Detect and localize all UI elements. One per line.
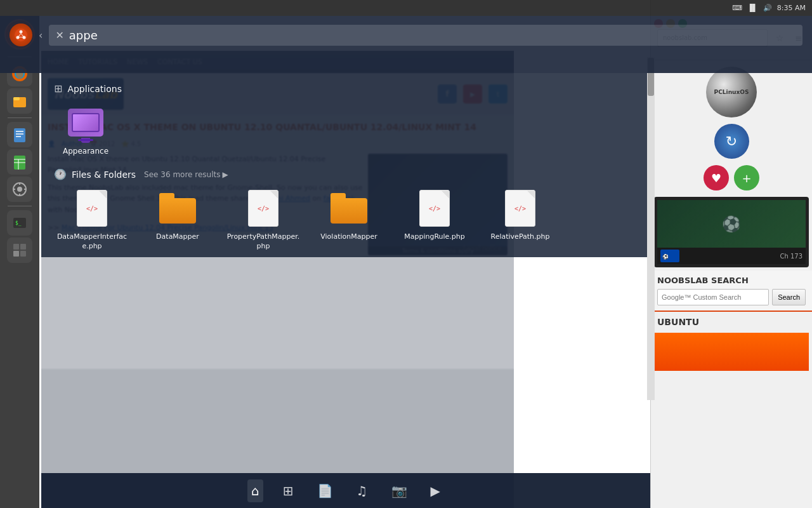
php-icon: </>	[77, 190, 107, 227]
football-logo-icon: ⚽	[660, 250, 679, 262]
file-label-1: DataMapper	[156, 232, 199, 241]
folder-icon-3	[331, 193, 367, 224]
network-indicator: ▐▌	[747, 4, 758, 12]
file-label-0: DataMapperInterface.php	[54, 232, 130, 251]
search-clear-icon[interactable]: ✕	[55, 29, 63, 41]
clock: 8:35 AM	[777, 4, 806, 12]
svg-rect-21	[20, 244, 26, 250]
app-label-appearance: Appearance	[63, 147, 108, 156]
search-input-wrapper[interactable]: ✕	[49, 25, 802, 46]
applications-row: Appearance	[54, 102, 638, 156]
svg-point-17	[17, 187, 22, 192]
pclinuxos-logo: PCLinuxOS	[706, 67, 757, 117]
svg-rect-23	[20, 251, 26, 257]
channel-label: Ch 173	[780, 253, 802, 260]
nav-video-btn[interactable]: ▶	[427, 479, 444, 502]
noobslab-search-section: NOOBSLAB SEARCH Search	[651, 271, 812, 311]
svg-rect-7	[13, 97, 20, 100]
applications-label: Applications	[67, 84, 122, 94]
folder-icon	[159, 193, 196, 224]
svg-text:⚽: ⚽	[662, 253, 669, 260]
see-more-link[interactable]: See 36 more results ▶	[144, 170, 228, 179]
nav-apps-btn[interactable]: ⊞	[279, 479, 298, 502]
sidebar-item-terminal[interactable]: $_	[7, 210, 32, 236]
file-item-4[interactable]: </> MappingRule.php	[396, 188, 473, 251]
svg-point-25	[20, 30, 23, 34]
volume-indicator: 🔊	[763, 4, 772, 12]
sidebar-item-workspace[interactable]	[7, 237, 32, 263]
dash-results: ⊞ Applications Appearance 🕐 Files & Fold…	[41, 73, 650, 257]
sync-section: ↻	[651, 121, 812, 162]
php-icon-4: </>	[419, 190, 450, 227]
nav-files-btn[interactable]: 📄	[313, 479, 337, 502]
svg-rect-8	[14, 128, 25, 142]
svg-rect-22	[13, 251, 19, 257]
ubuntu-section-title: UBUNTU	[651, 311, 812, 330]
tv-widget: ⚽ ⚽ Ch 173	[654, 197, 809, 267]
browser-content[interactable]: PCLinuxOS ↻ ♥ + ⚽ ⚽	[651, 60, 812, 492]
browser-panel: noobslab.com ☆ ≡ PCLinuxOS ↻ ♥ +	[650, 0, 812, 508]
app-icon-appearance	[65, 102, 106, 143]
file-item-3[interactable]: ViolationMapper	[311, 188, 387, 251]
sidebar-item-spreadsheet[interactable]	[7, 149, 32, 175]
tv-channel-info: ⚽ Ch 173	[657, 248, 806, 264]
noobslab-search-bar: Search	[657, 289, 806, 305]
unity-logo	[10, 23, 32, 46]
keyboard-icon: ⌨	[732, 4, 742, 12]
apps-section-icon: ⊞	[54, 83, 62, 95]
sidebar-item-text[interactable]	[7, 122, 32, 147]
applications-section-header: ⊞ Applications	[54, 83, 638, 95]
search-bar-container: ‹ ✕	[0, 16, 812, 51]
file-item-1[interactable]: DataMapper	[140, 188, 216, 251]
svg-rect-20	[13, 244, 19, 250]
add-button[interactable]: +	[734, 165, 759, 190]
noobslab-search-input[interactable]	[657, 289, 769, 305]
top-panel: ⌨ ▐▌ 🔊 8:35 AM	[0, 0, 812, 16]
sidebar-item-files[interactable]	[7, 88, 32, 114]
heart-button[interactable]: ♥	[704, 165, 729, 190]
signal-icon: ▐▌	[747, 4, 758, 12]
file-label-5: RelativePath.php	[491, 232, 550, 241]
file-icon-2: </>	[243, 188, 284, 229]
file-label-4: MappingRule.php	[404, 232, 465, 241]
file-icon-4: </>	[414, 188, 455, 229]
volume-icon: 🔊	[763, 4, 772, 12]
files-folders-label: Files & Folders	[72, 170, 136, 180]
ubuntu-promo-banner	[654, 333, 809, 371]
php-icon-5: </>	[505, 190, 535, 227]
nav-music-btn[interactable]: ♫	[353, 479, 372, 502]
files-row: </> DataMapperInterface.php DataMapper <…	[54, 188, 638, 251]
files-section-icon: 🕐	[54, 168, 67, 180]
search-back-arrow[interactable]: ‹	[39, 29, 43, 41]
sidebar-divider-3	[8, 206, 32, 206]
file-icon-0: </>	[72, 188, 112, 229]
app-item-appearance[interactable]: Appearance	[54, 102, 117, 156]
keyboard-indicator: ⌨	[732, 4, 742, 12]
search-input[interactable]	[69, 29, 796, 42]
dash-bottom-nav: ⌂ ⊞ 📄 ♫ 📷 ▶	[41, 473, 650, 508]
file-label-3: ViolationMapper	[320, 232, 377, 241]
file-icon-1	[157, 188, 198, 229]
tv-screen: ⚽	[657, 200, 806, 248]
action-buttons: ♥ +	[651, 162, 812, 194]
file-label-2: PropertyPathMapper.php	[225, 232, 301, 251]
file-icon-5: </>	[500, 188, 540, 229]
sidebar-divider-2	[8, 117, 32, 118]
file-icon-3	[329, 188, 369, 229]
sync-icon[interactable]: ↻	[714, 124, 749, 159]
svg-text:$_: $_	[15, 220, 22, 226]
unity-sidebar: $_	[0, 16, 39, 508]
files-section-header: 🕐 Files & Folders See 36 more results ▶	[54, 168, 638, 180]
file-item-2[interactable]: </> PropertyPathMapper.php	[225, 188, 301, 251]
nav-home-btn[interactable]: ⌂	[247, 479, 263, 502]
dash-scrollbar[interactable]	[647, 57, 655, 400]
noobslab-search-title: NOOBSLAB SEARCH	[657, 276, 806, 285]
file-item-0[interactable]: </> DataMapperInterface.php	[54, 188, 130, 251]
nav-photos-btn[interactable]: 📷	[388, 479, 411, 502]
sidebar-item-settings[interactable]	[7, 177, 32, 202]
noobslab-search-button[interactable]: Search	[772, 289, 806, 305]
unity-dash-header: ‹ ✕	[0, 16, 812, 73]
file-item-5[interactable]: </> RelativePath.php	[482, 188, 558, 251]
php-icon-2: </>	[248, 190, 278, 227]
